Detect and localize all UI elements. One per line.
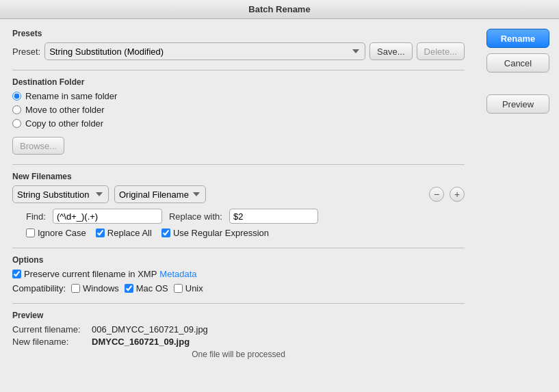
title-bar: Batch Rename [0,0,559,19]
radio-copy-other[interactable]: Copy to other folder [12,118,465,129]
save-button[interactable]: Save... [369,42,412,60]
destination-folder-label: Destination Folder [12,77,465,87]
radio-copy-other-label: Copy to other folder [25,118,103,129]
compat-macos[interactable]: Mac OS [125,283,168,293]
ignore-case-label: Ignore Case [38,228,86,238]
destination-folder-section: Destination Folder Rename in same folder… [12,77,465,155]
radio-rename-same[interactable]: Rename in same folder [12,91,465,101]
replace-with-label: Replace with: [169,211,222,222]
compat-macos-label: Mac OS [136,283,168,293]
radio-rename-same-label: Rename in same folder [25,91,117,101]
add-filename-button[interactable]: + [450,187,465,202]
radio-move-other-input[interactable] [12,105,21,114]
preserve-xmp-label: Preserve current filename in XMP [24,269,157,279]
radio-rename-same-input[interactable] [12,92,21,101]
right-panel: Rename Cancel Preview [477,19,559,391]
destination-radio-group: Rename in same folder Move to other fold… [12,91,465,129]
compat-unix-label: Unix [185,283,203,293]
presets-section: Presets Preset: String Substitution (Mod… [12,29,465,60]
compat-unix-input[interactable] [174,284,183,293]
preset-label: Preset: [12,47,40,57]
replace-all-checkbox[interactable]: Replace All [96,228,152,238]
current-filename-label: Current filename: [12,324,88,335]
replace-all-label: Replace All [107,228,152,238]
compat-unix[interactable]: Unix [174,283,203,293]
compat-macos-input[interactable] [125,284,133,293]
new-filename-label: New filename: [12,337,88,347]
preview-button[interactable]: Preview [486,94,549,114]
new-filenames-section: New Filenames String SubstitutionOrigina… [12,172,465,238]
ignore-case-input[interactable] [26,228,35,237]
replace-with-input[interactable] [229,209,318,224]
preview-section: Preview Current filename: 006_DMYCC_1607… [12,311,465,359]
new-filename-value: DMYCC_160721_09.jpg [92,337,190,347]
compatibility-label: Compatibility: [12,283,66,293]
replace-all-input[interactable] [96,228,105,237]
browse-button[interactable]: Browse... [12,137,64,155]
radio-move-other-label: Move to other folder [25,105,105,115]
ignore-case-checkbox[interactable]: Ignore Case [26,228,86,238]
one-file-message: One file will be processed [12,350,465,359]
use-regex-checkbox[interactable]: Use Regular Expression [161,228,269,238]
preserve-xmp-checkbox[interactable]: Preserve current filename in XMP Metadat… [12,269,197,279]
current-filename-value: 006_DMYCC_160721_09.jpg [92,324,208,335]
preset-select[interactable]: String Substitution (Modified)DefaultCus… [44,42,365,60]
compat-windows-label: Windows [83,283,119,293]
rename-button[interactable]: Rename [486,29,549,48]
delete-button[interactable]: Delete... [417,42,465,60]
find-input[interactable] [53,209,162,224]
filename-source-select[interactable]: Original FilenameCurrent FilenameXMP Tit… [114,185,206,203]
preserve-xmp-input[interactable] [12,270,21,278]
options-label: Options [12,255,465,265]
window-title: Batch Rename [248,4,310,14]
xmp-metadata-link[interactable]: Metadata [159,269,196,279]
compat-windows-input[interactable] [71,284,80,293]
filename-type-select[interactable]: String SubstitutionOriginal FilenameDate… [12,185,109,203]
presets-label: Presets [12,29,465,38]
radio-copy-other-input[interactable] [12,119,21,128]
use-regex-input[interactable] [161,228,170,237]
compat-windows[interactable]: Windows [71,283,119,293]
find-label: Find: [26,211,46,222]
radio-move-other[interactable]: Move to other folder [12,105,465,115]
remove-filename-button[interactable]: − [429,187,444,202]
new-filenames-label: New Filenames [12,172,465,181]
preview-label: Preview [12,311,465,320]
cancel-button[interactable]: Cancel [486,53,549,73]
options-section: Options Preserve current filename in XMP… [12,255,465,293]
use-regex-label: Use Regular Expression [173,228,269,238]
